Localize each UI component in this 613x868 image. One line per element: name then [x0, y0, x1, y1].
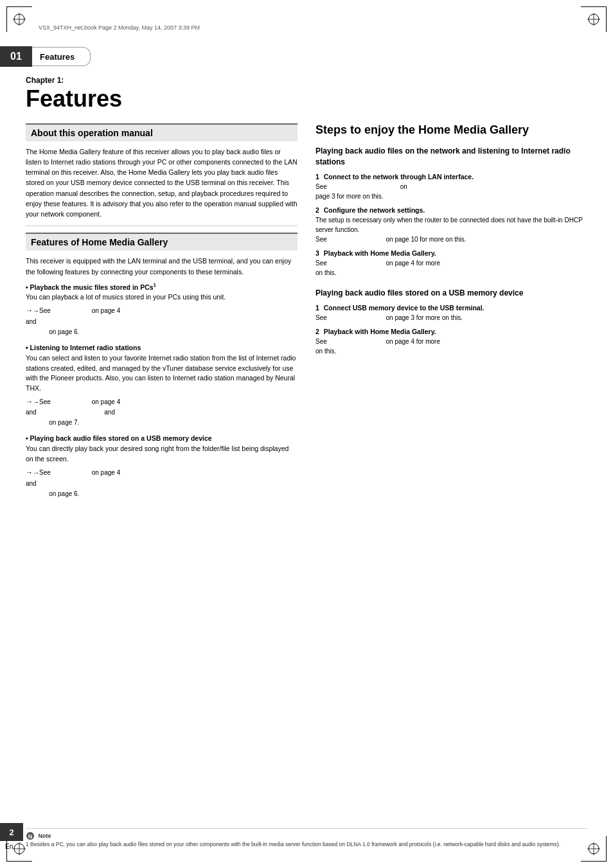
step1-text: See on page 3 for more on this. [315, 182, 587, 201]
bullet3-arrow: → [26, 468, 33, 476]
header-bar: 01 Features [0, 46, 613, 67]
bullet3-see-ref: →→See on page 4 and on page 6. [26, 467, 298, 499]
step2-text: The setup is necessary only when the rou… [315, 215, 587, 235]
right-column: Steps to enjoy the Home Media Gallery Pl… [315, 123, 587, 506]
note-icon: N [26, 831, 35, 840]
reg-mark-tr [586, 12, 601, 27]
usb-step1-see: See on page 3 for more on this. [315, 313, 587, 323]
step3-num: 3 [315, 249, 319, 257]
bullet2-title: • Listening to Internet radio stations [26, 344, 298, 351]
about-heading: About this operation manual [26, 123, 298, 141]
step-1: 1 Connect to the network through LAN int… [315, 173, 587, 201]
features-heading: Features of Home Media Gallery [26, 233, 298, 251]
reg-mark-tl [12, 12, 27, 27]
usb-step-1: 1 Connect USB memory device to the USB t… [315, 304, 587, 323]
bullet3-title: • Playing back audio files stored on a U… [26, 434, 298, 442]
content-area: Chapter 1: Features About this operation… [26, 76, 587, 817]
step2-title: 2 Configure the network settings. [315, 206, 587, 214]
bullet-item-3: • Playing back audio files stored on a U… [26, 434, 298, 499]
bullet2-text: You can select and listen to your favori… [26, 353, 298, 394]
subsection-network-title: Playing back audio files on the network … [315, 146, 587, 168]
usb-step1-title: 1 Connect USB memory device to the USB t… [315, 304, 587, 312]
subsection-network: Playing back audio files on the network … [315, 146, 587, 278]
svg-text:N: N [28, 833, 33, 840]
left-column: About this operation manual The Home Med… [26, 123, 298, 506]
about-body-text: The Home Media Gallery feature of this r… [26, 146, 298, 220]
bullet1-see-ref: →→See on page 4 and on page 6. [26, 305, 298, 337]
two-column-layout: About this operation manual The Home Med… [26, 123, 587, 506]
footnote1-text: 1 Besides a PC, you can also play back a… [26, 841, 560, 847]
step-2: 2 Configure the network settings. The se… [315, 206, 587, 244]
note-label: N Note [26, 833, 51, 839]
chapter-label: Chapter 1: [26, 76, 587, 85]
subsection-usb-title: Playing back audio files stored on a USB… [315, 288, 587, 299]
usb-step2-see: See on page 4 for more on this. [315, 337, 587, 356]
usb-step-2: 2 Playback with Home Media Gallery. See … [315, 328, 587, 356]
chapter-main-title: Features [26, 86, 587, 112]
step1-num: 1 [315, 173, 319, 181]
step1-title: 1 Connect to the network through LAN int… [315, 173, 587, 181]
features-intro-text: This receiver is equipped with the LAN t… [26, 256, 298, 277]
reg-mark-br [586, 841, 601, 856]
step3-see: See on page 4 for more on this. [315, 258, 587, 278]
page-wrapper: VSX_94TXH_net.book Page 2 Monday, May 14… [0, 0, 613, 868]
page-number-box: 2 [0, 823, 23, 841]
step-3: 3 Playback with Home Media Gallery. See … [315, 249, 587, 278]
usb-step1-num: 1 [315, 304, 319, 312]
step2-num: 2 [315, 206, 319, 214]
step2-see: See on page 10 for more on this. [315, 235, 587, 244]
usb-step2-num: 2 [315, 328, 319, 335]
bullet1-text: You can playback a lot of musics stored … [26, 292, 298, 303]
reg-mark-bl [12, 841, 27, 856]
divider-1 [26, 226, 298, 226]
right-main-heading: Steps to enjoy the Home Media Gallery [315, 123, 587, 137]
bullet-item-2: • Listening to Internet radio stations Y… [26, 344, 298, 429]
step3-title: 3 Playback with Home Media Gallery. [315, 249, 587, 257]
en-label: En [5, 843, 13, 850]
usb-step2-title: 2 Playback with Home Media Gallery. [315, 328, 587, 335]
footer-note: N Note 1 Besides a PC, you can also play… [26, 828, 587, 849]
bullet-item-1: • Playback the music files stored in PCs… [26, 282, 298, 337]
subsection-usb: Playing back audio files stored on a USB… [315, 288, 587, 356]
bullet1-arrow: → [26, 306, 33, 314]
file-info: VSX_94TXH_net.book Page 2 Monday, May 14… [39, 24, 200, 31]
bullet3-text: You can directly play back your desired … [26, 444, 298, 465]
bullet2-arrow: → [26, 398, 33, 405]
footer: N Note 1 Besides a PC, you can also play… [26, 828, 587, 849]
bullet1-title: • Playback the music files stored in PCs… [26, 282, 298, 291]
chapter-title-tab: Features [32, 47, 91, 66]
bullet2-see-ref: →→See on page 4 and and on page 7. [26, 396, 298, 429]
chapter-number-box: 01 [0, 46, 32, 67]
